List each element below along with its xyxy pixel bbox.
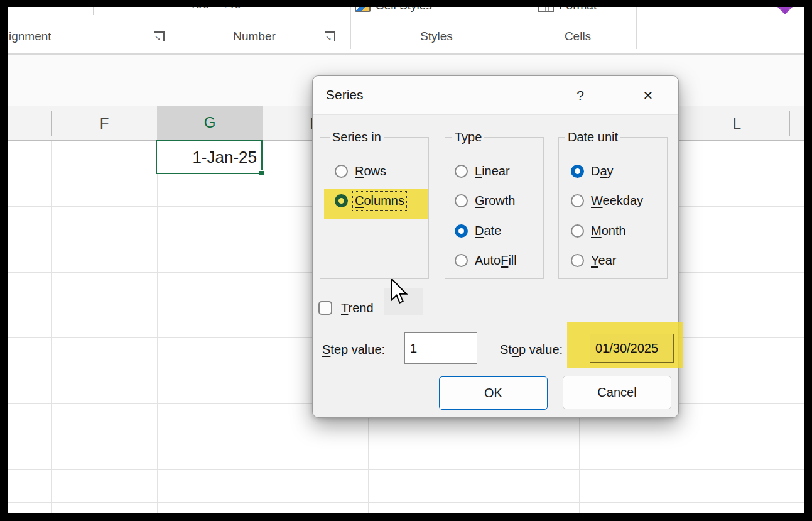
radio-label-day[interactable]: Day (591, 164, 614, 178)
radio-label-linear[interactable]: Linear (475, 164, 510, 178)
trend-label[interactable]: Trend (341, 301, 374, 315)
trend-checkbox[interactable] (318, 301, 332, 315)
radio-growth[interactable]: Growth (455, 191, 515, 210)
radio-label-growth[interactable]: Growth (475, 194, 515, 208)
crop-bar-right (804, 0, 812, 521)
type-groupbox: Type Linear Growth Date AutoFill (445, 137, 544, 279)
alignment-group-label: ignment (0, 29, 94, 44)
radio-date[interactable]: Date (455, 221, 501, 240)
number-group-label: Number (207, 29, 301, 44)
radio-label-columns[interactable]: Columns (355, 194, 404, 208)
dialog-titlebar: Series ? ✕ (313, 76, 678, 115)
group-separator (350, 4, 351, 49)
column-header-g-selected[interactable]: G (157, 106, 263, 141)
fill-handle[interactable] (259, 170, 264, 176)
radio-circle-month[interactable] (571, 224, 584, 238)
styles-group-label: Styles (389, 29, 484, 44)
radio-circle-rows[interactable] (335, 165, 348, 178)
radio-circle-columns[interactable] (335, 194, 348, 207)
column-header-l[interactable]: L (685, 114, 789, 134)
radio-weekday[interactable]: Weekday (571, 191, 643, 210)
group-separator (175, 4, 175, 49)
radio-label-autofill[interactable]: AutoFill (475, 253, 517, 268)
radio-year[interactable]: Year (571, 251, 616, 270)
crop-bar-top (0, 0, 812, 7)
date-unit-groupbox: Date unit Day Weekday Month Year (558, 137, 668, 279)
alignment-dialog-launcher-icon[interactable]: ↘ (154, 31, 165, 41)
radio-circle-linear[interactable] (455, 165, 468, 178)
radio-rows[interactable]: Rows (335, 162, 386, 180)
cancel-button[interactable]: Cancel (563, 376, 671, 409)
column-header-f[interactable]: F (51, 114, 157, 134)
ok-button[interactable]: OK (439, 376, 548, 410)
number-dialog-launcher-icon[interactable]: ↘ (325, 31, 335, 41)
crop-bar-bottom (0, 513, 812, 521)
trend-checkbox-row[interactable]: Trend (318, 299, 374, 317)
radio-label-year[interactable]: Year (591, 253, 616, 268)
radio-label-rows[interactable]: Rows (355, 164, 386, 178)
dialog-title: Series (326, 87, 364, 102)
step-value-label: Step value: (322, 343, 385, 357)
mouse-cursor (391, 279, 409, 309)
radio-circle-weekday[interactable] (571, 194, 584, 207)
crop-bar-left (0, 0, 8, 521)
close-icon[interactable]: ✕ (638, 86, 658, 105)
group-separator (528, 4, 528, 49)
radio-linear[interactable]: Linear (455, 162, 510, 180)
cells-group-label: Cells (531, 29, 625, 44)
series-in-legend: Series in (330, 130, 384, 145)
stop-value-label: Stop value: (500, 343, 563, 357)
series-in-groupbox: Series in Rows Columns (320, 137, 429, 279)
radio-month[interactable]: Month (571, 221, 626, 240)
header-separator (789, 111, 790, 136)
radio-circle-autofill[interactable] (455, 254, 468, 267)
radio-circle-year[interactable] (571, 254, 584, 267)
radio-label-month[interactable]: Month (591, 224, 626, 238)
radio-label-weekday[interactable]: Weekday (591, 194, 643, 208)
step-value-input[interactable]: 1 (404, 332, 477, 364)
radio-columns[interactable]: Columns (335, 191, 404, 210)
excel-window: ignment ↘ .00 →.0 Number ↘ Cell Styles S… (0, 0, 812, 521)
series-dialog: Series ? ✕ Series in Rows Columns Type L… (312, 75, 679, 418)
group-separator (636, 4, 637, 49)
selected-cell-g1[interactable]: 1-Jan-25 (156, 140, 263, 174)
type-legend: Type (452, 130, 484, 145)
date-unit-legend: Date unit (565, 130, 620, 145)
radio-circle-day[interactable] (571, 165, 584, 178)
help-button[interactable]: ? (571, 86, 589, 105)
ribbon: ignment ↘ .00 →.0 Number ↘ Cell Styles S… (0, 0, 812, 55)
radio-day[interactable]: Day (571, 162, 614, 180)
radio-circle-date[interactable] (455, 224, 468, 238)
stop-value-input[interactable]: 01/30/2025 (590, 334, 674, 363)
ribbon-divider (0, 53, 812, 55)
radio-label-date[interactable]: Date (475, 224, 501, 238)
radio-circle-growth[interactable] (455, 194, 468, 207)
radio-autofill[interactable]: AutoFill (455, 251, 517, 270)
